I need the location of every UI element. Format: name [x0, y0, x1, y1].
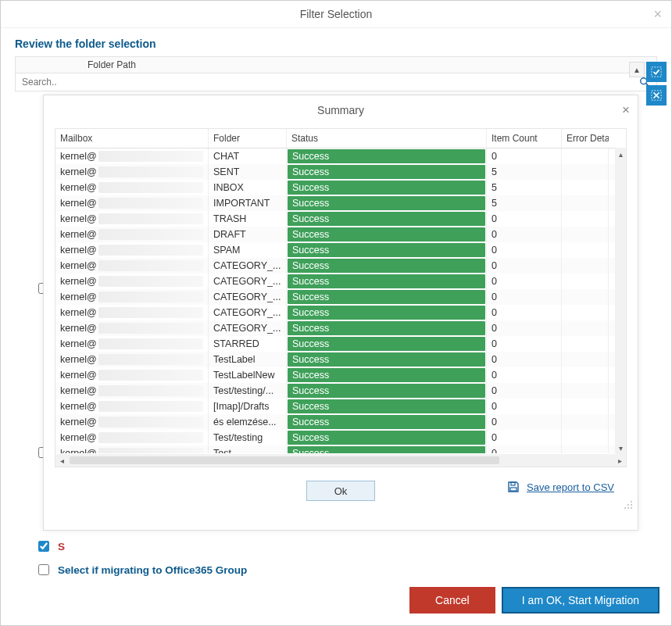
folder-cell: CATEGORY_... [209, 258, 287, 274]
check-all-icon[interactable] [646, 62, 667, 82]
mailbox-prefix: kernel@ [60, 245, 97, 256]
status-badge: Success [288, 290, 485, 304]
checkbox-group[interactable] [38, 564, 49, 575]
svg-point-9 [627, 507, 629, 509]
item-count-cell: 0 [487, 258, 562, 274]
ok-button[interactable]: Ok [306, 481, 375, 501]
status-badge: Success [288, 306, 485, 320]
folder-cell: CATEGORY_... [209, 289, 287, 305]
folder-cell: CATEGORY_... [209, 274, 287, 289]
checkbox-red[interactable] [38, 541, 49, 552]
summary-grid: Mailbox Folder Status Item Count Error D… [55, 128, 627, 467]
mailbox-prefix: kernel@ [60, 323, 97, 334]
error-cell [562, 445, 609, 453]
cancel-button[interactable]: Cancel [409, 587, 495, 613]
folder-cell: és elemzése... [209, 414, 287, 430]
table-row[interactable]: kernel@CATEGORY_...Success0 [55, 274, 626, 289]
scroll-left-icon[interactable]: ◂ [55, 456, 68, 465]
item-count-cell: 0 [487, 274, 562, 289]
mailbox-redacted [98, 385, 203, 396]
mailbox-redacted [98, 151, 203, 162]
error-cell [562, 336, 609, 352]
error-cell [562, 180, 609, 195]
mailbox-prefix: kernel@ [60, 432, 97, 443]
header-item-count[interactable]: Item Count [487, 129, 562, 148]
mailbox-prefix: kernel@ [60, 198, 97, 209]
mailbox-redacted [98, 229, 203, 240]
table-row[interactable]: kernel@SENTSuccess5 [55, 164, 626, 180]
table-row[interactable]: kernel@[Imap]/DraftsSuccess0 [55, 399, 626, 414]
scroll-up-icon[interactable]: ▴ [615, 148, 626, 160]
header-status[interactable]: Status [287, 129, 487, 148]
item-count-cell: 5 [487, 195, 562, 211]
svg-point-13 [631, 501, 632, 503]
mailbox-prefix: kernel@ [60, 370, 97, 381]
table-row[interactable]: kernel@TRASHSuccess0 [55, 211, 626, 227]
mailbox-cell: kernel@ [55, 164, 209, 180]
start-migration-button[interactable]: I am OK, Start Migration [502, 587, 659, 613]
close-icon[interactable]: × [653, 6, 662, 23]
folder-cell: CHAT [209, 148, 287, 164]
mailbox-cell: kernel@ [55, 258, 209, 274]
table-row[interactable]: kernel@CATEGORY_...Success0 [55, 289, 626, 305]
mailbox-redacted [98, 245, 203, 256]
table-row[interactable]: kernel@TestLabelNewSuccess0 [55, 367, 626, 383]
error-cell [562, 289, 609, 305]
mailbox-prefix: kernel@ [60, 260, 97, 271]
table-row[interactable]: kernel@CATEGORY_...Success0 [55, 320, 626, 336]
mailbox-redacted [98, 338, 203, 349]
folder-path-header[interactable]: Folder Path [15, 56, 657, 73]
item-count-cell: 5 [487, 164, 562, 180]
mailbox-prefix: kernel@ [60, 151, 97, 162]
scroll-right-icon[interactable]: ▸ [613, 456, 626, 465]
search-input[interactable] [16, 77, 638, 88]
header-folder[interactable]: Folder [209, 129, 287, 148]
status-cell: Success [287, 195, 487, 211]
status-cell: Success [287, 211, 487, 227]
table-row[interactable]: kernel@CHATSuccess0 [55, 148, 626, 164]
error-cell [562, 399, 609, 414]
horizontal-scrollbar[interactable]: ◂ ▸ [55, 454, 626, 467]
mailbox-redacted [98, 448, 203, 453]
table-row[interactable]: kernel@CATEGORY_...Success0 [55, 305, 626, 320]
table-row[interactable]: kernel@SPAMSuccess0 [55, 242, 626, 258]
status-badge: Success [288, 352, 485, 367]
folder-cell: SENT [209, 164, 287, 180]
resize-grip-icon [624, 500, 633, 510]
mailbox-redacted [98, 292, 203, 302]
footer-buttons: Cancel I am OK, Start Migration [409, 587, 659, 613]
table-row[interactable]: kernel@CATEGORY_...Success0 [55, 258, 626, 274]
table-row[interactable]: kernel@Test/testing/...Success0 [55, 383, 626, 399]
table-row[interactable]: kernel@STARREDSuccess0 [55, 336, 626, 352]
status-badge: Success [288, 243, 485, 257]
folder-cell: TestLabelNew [209, 367, 287, 383]
vertical-scrollbar[interactable]: ▴ ▾ [615, 148, 626, 454]
folder-cell: [Imap]/Drafts [209, 399, 287, 414]
status-cell: Success [287, 414, 487, 430]
error-cell [562, 164, 609, 180]
summary-close-icon[interactable]: × [622, 102, 630, 118]
uncheck-all-icon[interactable] [646, 85, 667, 106]
table-row[interactable]: kernel@és elemzése...Success0 [55, 414, 626, 430]
sort-up-icon[interactable]: ▲ [629, 62, 645, 77]
save-icon[interactable] [506, 480, 520, 494]
status-cell: Success [287, 242, 487, 258]
mailbox-cell: kernel@ [55, 305, 209, 320]
header-mailbox[interactable]: Mailbox [55, 129, 209, 148]
table-row[interactable]: kernel@TestSuccess0 [55, 445, 626, 453]
svg-point-8 [631, 507, 632, 509]
table-row[interactable]: kernel@TestLabelSuccess0 [55, 352, 626, 367]
table-row[interactable]: kernel@INBOXSuccess5 [55, 180, 626, 195]
summary-title: Summary [317, 104, 364, 116]
table-row[interactable]: kernel@IMPORTANTSuccess5 [55, 195, 626, 211]
table-row[interactable]: kernel@DRAFTSuccess0 [55, 227, 626, 242]
save-report-link[interactable]: Save report to CSV [527, 481, 614, 493]
scroll-thumb[interactable] [70, 456, 499, 464]
item-count-cell: 0 [487, 227, 562, 242]
mailbox-cell: kernel@ [55, 320, 209, 336]
mailbox-cell: kernel@ [55, 352, 209, 367]
mailbox-cell: kernel@ [55, 367, 209, 383]
scroll-down-icon[interactable]: ▾ [615, 442, 626, 454]
header-error-details[interactable]: Error Details [562, 129, 609, 148]
table-row[interactable]: kernel@Test/testingSuccess0 [55, 430, 626, 445]
